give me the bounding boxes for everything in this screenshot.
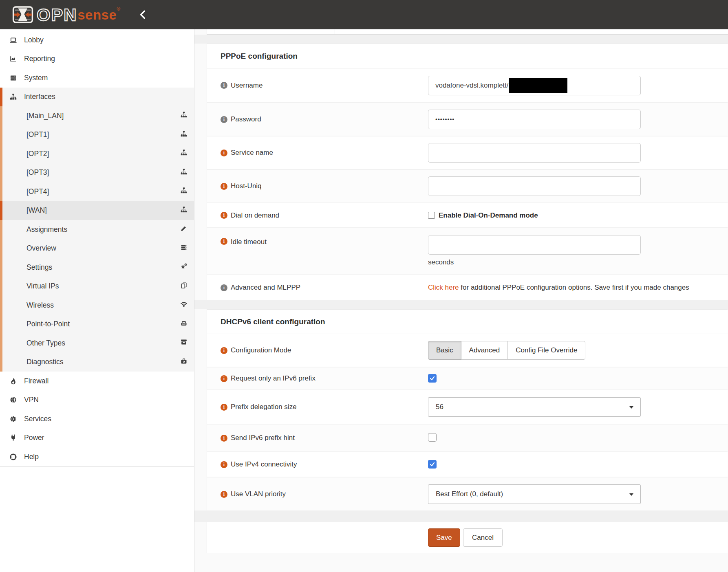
sidebar-collapse-button[interactable] <box>139 9 146 20</box>
host-uniq-input[interactable] <box>428 176 641 196</box>
info-help-icon[interactable]: i <box>221 183 227 190</box>
info-help-icon[interactable]: i <box>221 435 227 442</box>
logo-text-opn: OPN <box>37 6 77 24</box>
opnsense-logo[interactable]: OPNsense® <box>12 6 120 24</box>
input-suffix-text: seconds <box>428 258 728 266</box>
sidebar-subitem-opt4[interactable]: [OPT4] <box>0 182 194 201</box>
advanced-help-text: for additional PPPoE configuration optio… <box>459 284 689 291</box>
globe-icon <box>9 396 17 404</box>
check-icon <box>429 375 435 381</box>
use-ipv4-connectivity-checkbox[interactable] <box>428 460 437 469</box>
info-help-icon[interactable]: i <box>221 116 227 123</box>
info-help-icon[interactable]: i <box>221 238 227 245</box>
cancel-button[interactable]: Cancel <box>463 528 503 547</box>
mode-button-config-file-override[interactable]: Config File Override <box>507 341 585 360</box>
password-dots: •••••••• <box>435 116 454 123</box>
section-gap <box>194 300 728 309</box>
info-help-icon[interactable]: i <box>221 284 227 291</box>
field-label-text: Service name <box>231 149 273 157</box>
sidebar-subitem-label: Virtual IPs <box>26 282 59 290</box>
pppoe-row-password: iPassword•••••••• <box>207 103 728 136</box>
mode-button-advanced[interactable]: Advanced <box>461 341 508 360</box>
info-help-icon[interactable]: i <box>221 347 227 354</box>
select-value: 56 <box>436 403 443 411</box>
sidebar-item-lobby[interactable]: Lobby <box>0 31 194 50</box>
field-label-text: Request only an IPv6 prefix <box>231 374 315 383</box>
sidebar-item-label: VPN <box>24 396 39 404</box>
sidebar-item-power[interactable]: Power <box>0 429 194 448</box>
sidebar-subitem-virtual-ips[interactable]: Virtual IPs <box>0 277 194 296</box>
sitemap-icon <box>180 206 188 213</box>
request-only-an-ipv6-prefix-checkbox[interactable] <box>428 374 437 383</box>
field-label-use-vlan-priority: iUse VLAN priority <box>207 490 428 498</box>
logo-registered-mark: ® <box>117 6 120 12</box>
sidebar-navigation: LobbyReportingSystemInterfaces[Main_LAN]… <box>0 29 194 572</box>
flame-icon <box>9 377 17 385</box>
dial-on-demand-checkbox[interactable] <box>428 212 435 219</box>
prefix-delegation-size-select[interactable]: 56 <box>428 397 641 417</box>
info-help-icon[interactable]: i <box>221 150 227 156</box>
idle-timeout-input[interactable] <box>428 235 641 255</box>
use-vlan-priority-select[interactable]: Best Effort (0, default) <box>428 484 641 504</box>
info-help-icon[interactable]: i <box>221 212 227 219</box>
sidebar-subitem-other-types[interactable]: Other Types <box>0 334 194 353</box>
sidebar-subitem-opt3[interactable]: [OPT3] <box>0 163 194 183</box>
sidebar-subitem-overview[interactable]: Overview <box>0 239 194 258</box>
field-label-username: iUsername <box>207 81 428 90</box>
info-help-icon[interactable]: i <box>221 461 227 468</box>
caret-down-icon <box>629 493 633 496</box>
dhcpv6-row-use-vlan-priority: iUse VLAN priorityBest Effort (0, defaul… <box>207 477 728 511</box>
sidebar-subitem-opt2[interactable]: [OPT2] <box>0 144 194 163</box>
field-label-advanced-and-mlppp: iAdvanced and MLPPP <box>207 284 428 292</box>
sidebar-subitem-mainlan[interactable]: [Main_LAN] <box>0 106 194 125</box>
select-value: Best Effort (0, default) <box>436 490 503 498</box>
sidebar-subitem-label: Assignments <box>26 225 67 234</box>
sidebar-subitem-wan[interactable]: [WAN] <box>0 201 194 220</box>
copy-icon <box>180 282 188 289</box>
submenu-strip <box>0 220 2 239</box>
sidebar-item-help[interactable]: Help <box>0 447 194 466</box>
submenu-strip <box>0 239 2 258</box>
sidebar-subitem-label: Overview <box>26 244 56 253</box>
sidebar-subitem-diagnostics[interactable]: Diagnostics <box>0 353 194 372</box>
sidebar-item-firewall[interactable]: Firewall <box>0 372 194 391</box>
click-here-link[interactable]: Click here <box>428 284 459 291</box>
sidebar-subitem-point-to-point[interactable]: Point-to-Point <box>0 315 194 334</box>
sidebar-item-interfaces[interactable]: Interfaces <box>0 88 194 107</box>
dhcpv6-row-request-only-an-ipv6-prefix: iRequest only an IPv6 prefix <box>207 367 728 390</box>
sidebar-item-system[interactable]: System <box>0 68 194 88</box>
send-ipv6-prefix-hint-checkbox[interactable] <box>428 433 437 442</box>
sidebar-item-reporting[interactable]: Reporting <box>0 50 194 69</box>
sidebar-subitem-opt1[interactable]: [OPT1] <box>0 125 194 145</box>
username-input[interactable]: vodafone-vdsl.komplett/ <box>428 76 641 95</box>
pppoe-row-advanced-and-mlppp: iAdvanced and MLPPPClick here for additi… <box>207 275 728 301</box>
sidebar-subitem-label: Diagnostics <box>26 358 63 366</box>
submenu-strip <box>0 182 2 201</box>
info-help-icon[interactable]: i <box>221 404 227 411</box>
sidebar-item-vpn[interactable]: VPN <box>0 391 194 410</box>
sidebar-subitem-settings[interactable]: Settings <box>0 258 194 277</box>
pppoe-row-dial-on-demand: iDial on demandEnable Dial-On-Demand mod… <box>207 203 728 228</box>
sidebar-item-label: Services <box>24 415 51 423</box>
section-gap <box>194 510 728 522</box>
chevron-left-icon <box>139 9 146 20</box>
field-label-text: Host-Uniq <box>231 182 262 190</box>
info-help-icon[interactable]: i <box>221 375 227 382</box>
sitemap-icon <box>180 111 188 119</box>
sidebar-subitem-label: [OPT3] <box>26 168 49 177</box>
gears-icon <box>180 263 188 270</box>
submenu-strip <box>0 334 2 353</box>
service-name-input[interactable] <box>428 143 641 163</box>
field-label-text: Password <box>231 115 261 123</box>
sidebar-item-services[interactable]: Services <box>0 409 194 429</box>
info-help-icon[interactable]: i <box>221 491 227 498</box>
sidebar-subitem-wireless[interactable]: Wireless <box>0 296 194 315</box>
info-help-icon[interactable]: i <box>221 82 227 89</box>
sidebar-subitem-assignments[interactable]: Assignments <box>0 220 194 239</box>
sidebar-bottom-divider <box>0 466 194 467</box>
section-gap <box>194 35 728 44</box>
save-button[interactable]: Save <box>428 528 460 547</box>
password-input[interactable]: •••••••• <box>428 110 641 129</box>
gear-icon <box>9 415 17 423</box>
mode-button-basic[interactable]: Basic <box>428 341 461 360</box>
